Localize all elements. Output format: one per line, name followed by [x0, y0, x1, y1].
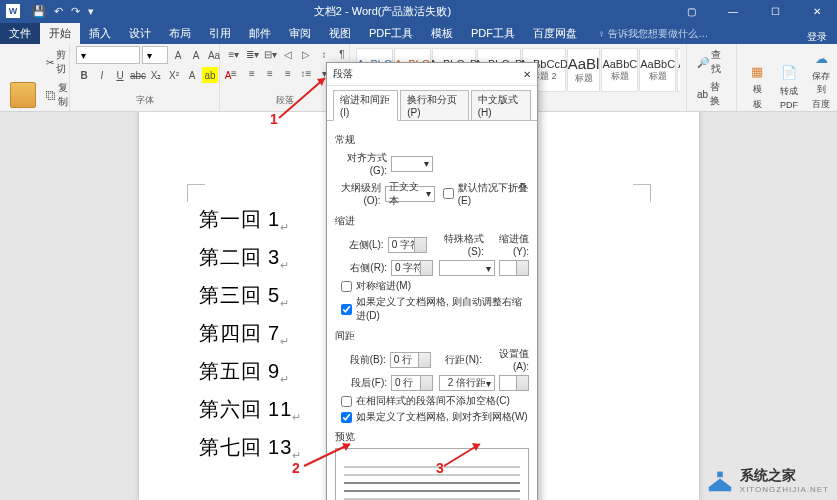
indent-icon[interactable]: ▷: [298, 46, 314, 62]
tab-mail[interactable]: 邮件: [240, 23, 280, 44]
bullets-icon[interactable]: ≡▾: [226, 46, 242, 62]
autogrid2-checkbox[interactable]: [341, 412, 352, 423]
qat-redo-icon[interactable]: ↷: [71, 5, 80, 18]
linesp-select[interactable]: 2 倍行距▾: [439, 375, 495, 391]
right-spin[interactable]: 0 字符▲▼: [391, 260, 433, 276]
style-item[interactable]: AaBbC标题: [639, 48, 676, 92]
style-item[interactable]: AaBbC副标题: [677, 48, 680, 92]
ribbon-options-icon[interactable]: ▢: [671, 0, 711, 22]
font-family-select[interactable]: ▾: [76, 46, 140, 64]
tab-review[interactable]: 审阅: [280, 23, 320, 44]
autogrid1-checkbox[interactable]: [341, 304, 352, 315]
qat-dropdown-icon[interactable]: ▾: [88, 5, 94, 18]
special-select[interactable]: ▾: [439, 260, 495, 276]
at-label: 设置值(A):: [486, 347, 529, 372]
style-item[interactable]: AaBl标题: [567, 48, 601, 92]
before-label: 段前(B):: [335, 353, 386, 367]
grow-font-icon[interactable]: A: [170, 47, 186, 63]
by-spin[interactable]: ▲▼: [499, 260, 529, 276]
highlight-button[interactable]: ab: [202, 67, 218, 83]
topdf-button[interactable]: 📄转成PDF: [775, 61, 803, 112]
align-right-icon[interactable]: ≡: [262, 65, 278, 81]
italic-button[interactable]: I: [94, 67, 110, 83]
justify-icon[interactable]: ≡: [280, 65, 296, 81]
tab-view[interactable]: 视图: [320, 23, 360, 44]
mirror-checkbox[interactable]: [341, 281, 352, 292]
sup-button[interactable]: X²: [166, 67, 182, 83]
style-item[interactable]: AaBbC标题: [601, 48, 638, 92]
dialog-close-icon[interactable]: ✕: [523, 69, 531, 80]
tab-file[interactable]: 文件: [0, 23, 40, 44]
template-button[interactable]: ▦模板: [743, 59, 771, 113]
copy-icon: ⿻: [46, 90, 56, 101]
tab-home[interactable]: 开始: [40, 23, 80, 44]
paste-icon: [10, 82, 36, 108]
replace-icon: ab: [697, 89, 708, 100]
nosame-checkbox[interactable]: [341, 396, 352, 407]
tab-pdf2[interactable]: PDF工具: [462, 23, 524, 44]
multilevel-icon[interactable]: ⊟▾: [262, 46, 278, 62]
sort-icon[interactable]: ↕: [316, 46, 332, 62]
tellme-input[interactable]: ♀ 告诉我您想要做什么…: [592, 24, 714, 44]
at-spin[interactable]: ▲▼: [499, 375, 529, 391]
numbering-icon[interactable]: ≣▾: [244, 46, 260, 62]
dlg-tab-indent[interactable]: 缩进和间距(I): [333, 90, 398, 121]
by-label: 缩进值(Y):: [488, 232, 529, 257]
left-label: 左侧(L):: [335, 238, 384, 252]
qat-save-icon[interactable]: 💾: [32, 5, 46, 18]
tab-design[interactable]: 设计: [120, 23, 160, 44]
nosame-label: 在相同样式的段落间不添加空格(C): [356, 394, 510, 408]
watermark-sub: XITONGZHIJIA.NET: [740, 485, 829, 494]
left-spin[interactable]: 0 字符▲▼: [388, 237, 428, 253]
section-spacing: 间距: [335, 329, 529, 343]
collapse-checkbox[interactable]: [443, 188, 454, 199]
tab-layout[interactable]: 布局: [160, 23, 200, 44]
tab-baidu[interactable]: 百度网盘: [524, 23, 586, 44]
copy-button[interactable]: ⿻复制: [42, 79, 72, 111]
before-spin[interactable]: 0 行▲▼: [390, 352, 431, 368]
collapse-label: 默认情况下折叠(E): [458, 181, 529, 206]
strike-button[interactable]: abc: [130, 67, 146, 83]
maximize-button[interactable]: ☐: [755, 0, 795, 22]
cut-button[interactable]: ✂剪切: [42, 46, 72, 78]
cloud-icon: ☁: [811, 48, 831, 68]
after-spin[interactable]: 0 行▲▼: [391, 375, 433, 391]
texteffect-button[interactable]: A: [184, 67, 200, 83]
font-size-select[interactable]: ▾: [142, 46, 168, 64]
tab-insert[interactable]: 插入: [80, 23, 120, 44]
find-button[interactable]: 🔎查找: [693, 46, 730, 78]
dlg-tab-break[interactable]: 换行和分页(P): [400, 90, 469, 121]
outline-select[interactable]: 正文文本▾: [385, 186, 435, 202]
marks-icon[interactable]: ¶: [334, 46, 350, 62]
pdf-icon: 📄: [779, 63, 799, 83]
minimize-button[interactable]: —: [713, 0, 753, 22]
tab-pdf1[interactable]: PDF工具: [360, 23, 422, 44]
align-center-icon[interactable]: ≡: [244, 65, 260, 81]
bold-button[interactable]: B: [76, 67, 92, 83]
template-icon: ▦: [747, 61, 767, 81]
window-title: 文档2 - Word(产品激活失败): [94, 4, 671, 19]
underline-button[interactable]: U: [112, 67, 128, 83]
autogrid1-label: 如果定义了文档网格, 则自动调整右缩进(D): [356, 295, 529, 323]
tab-references[interactable]: 引用: [200, 23, 240, 44]
align-left-icon[interactable]: ≡: [226, 65, 242, 81]
dlg-tab-chinese[interactable]: 中文版式(H): [471, 90, 531, 121]
login-link[interactable]: 登录: [797, 30, 837, 44]
titlebar: W 💾 ↶ ↷ ▾ 文档2 - Word(产品激活失败) ▢ — ☐ ✕: [0, 0, 837, 22]
shrink-font-icon[interactable]: A: [188, 47, 204, 63]
linespacing-icon[interactable]: ↕≡: [298, 65, 314, 81]
replace-button[interactable]: ab替换: [693, 78, 730, 110]
callout-1: 1: [270, 111, 278, 127]
special-label: 特殊格式(S):: [431, 232, 483, 257]
right-label: 右侧(R):: [335, 261, 387, 275]
qat-undo-icon[interactable]: ↶: [54, 5, 63, 18]
dedent-icon[interactable]: ◁: [280, 46, 296, 62]
cut-icon: ✂: [46, 57, 54, 68]
callout-3: 3: [436, 460, 444, 476]
close-button[interactable]: ✕: [797, 0, 837, 22]
align-select[interactable]: ▾: [391, 156, 433, 172]
autogrid2-label: 如果定义了文档网格, 则对齐到网格(W): [356, 410, 528, 424]
sub-button[interactable]: X₂: [148, 67, 164, 83]
paragraph-dialog: 段落 ✕ 缩进和间距(I) 换行和分页(P) 中文版式(H) 常规 对齐方式(G…: [326, 62, 538, 500]
tab-template[interactable]: 模板: [422, 23, 462, 44]
